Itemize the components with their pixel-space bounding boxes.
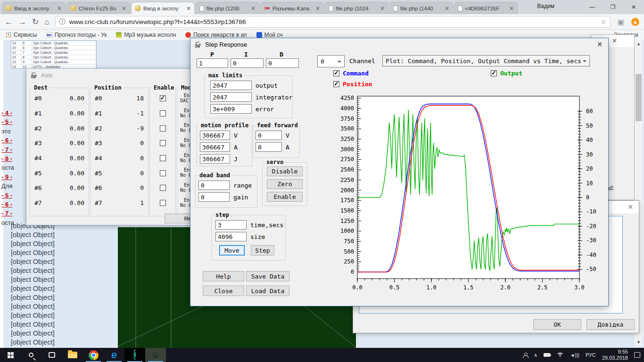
edge-taskbar-button[interactable]: e — [104, 348, 124, 362]
enable-checkbox[interactable] — [160, 155, 166, 161]
servo-button[interactable]: Enable — [267, 192, 303, 202]
position-checkbox[interactable] — [333, 81, 339, 87]
forum-link[interactable]: - 4 - — [1, 108, 30, 117]
kmotion-taskbar-button[interactable]: DM — [145, 348, 166, 362]
home-icon[interactable]: ⌂ — [44, 18, 49, 26]
back-icon[interactable]: ← — [5, 18, 13, 26]
p-field[interactable] — [197, 58, 228, 68]
tab-close-icon[interactable]: ✕ — [445, 5, 449, 12]
forum-link[interactable]: - 9 - — [1, 173, 30, 181]
feed-forward-field[interactable] — [256, 142, 282, 152]
close-icon[interactable]: ✕ — [592, 39, 607, 49]
enable-checkbox[interactable] — [160, 125, 166, 132]
plot-select[interactable]: Plot: Command, Position, Output Command … — [382, 55, 590, 66]
volume-icon[interactable]: ◄))) — [570, 353, 579, 358]
move-button[interactable]: Move — [219, 245, 245, 255]
limit-field[interactable] — [210, 92, 252, 102]
step-field[interactable] — [215, 232, 247, 241]
cnc-app-taskbar-button[interactable]: CNC — [124, 348, 145, 362]
scroll-down-icon[interactable]: ▼ — [635, 338, 643, 346]
forward-icon[interactable]: → — [18, 18, 26, 26]
clock[interactable]: 9:55 29.03.2018 — [602, 349, 628, 361]
browser-user-name[interactable]: Вадим — [537, 3, 554, 9]
profile-field[interactable] — [200, 142, 230, 152]
forum-link[interactable]: - 5 - — [1, 117, 30, 126]
i-field[interactable] — [231, 58, 264, 68]
forum-link[interactable]: это — [1, 127, 30, 136]
forum-link[interactable]: Для — [1, 181, 30, 190]
forum-link[interactable]: - 6 - — [1, 136, 30, 145]
profile-field[interactable] — [200, 131, 230, 140]
dead-band-field[interactable] — [198, 192, 230, 202]
minimize-button[interactable]: — — [582, 0, 603, 14]
save-data-button[interactable]: Save Data — [246, 271, 289, 281]
enable-checkbox[interactable] — [160, 170, 166, 176]
load-data-button[interactable]: Load Data — [246, 286, 289, 296]
file-explorer-button[interactable] — [62, 348, 83, 362]
forum-link[interactable]: - 7 - — [1, 209, 30, 218]
enable-checkbox[interactable] — [160, 95, 166, 101]
step-titlebar[interactable]: DM Step Response — [190, 38, 608, 50]
browser-tab[interactable]: DM Разъемы Kana ✕ — [260, 2, 324, 14]
servo-button[interactable]: Disable — [267, 166, 303, 176]
chrome-taskbar-button[interactable] — [83, 348, 104, 362]
close-dialog-button[interactable]: Close — [203, 286, 244, 296]
extension-icon[interactable]: ▣ — [616, 17, 626, 26]
scroll-up-icon[interactable]: ▲ — [635, 40, 643, 48]
forum-link[interactable]: оста — [1, 163, 30, 172]
tab-close-icon[interactable]: ✕ — [251, 5, 256, 12]
servo-button[interactable]: Zero — [267, 179, 303, 189]
bookmark-item[interactable]: Сервисы — [6, 32, 37, 38]
enable-checkbox[interactable] — [160, 140, 166, 146]
close-icon[interactable]: ✕ — [627, 203, 633, 211]
reload-icon[interactable]: ↻ — [32, 18, 39, 26]
browser-tab[interactable]: file.php (1440 ✕ — [389, 2, 453, 14]
tab-close-icon[interactable]: ✕ — [509, 5, 514, 12]
wifi-icon[interactable] — [556, 353, 564, 358]
action-center-icon[interactable] — [634, 352, 640, 358]
channel-select[interactable]: 0 — [317, 55, 345, 67]
battery-icon[interactable] — [544, 353, 550, 357]
task-view-button[interactable] — [41, 348, 62, 362]
command-checkbox[interactable] — [333, 70, 339, 76]
browser-tab[interactable]: Ввод в эксплу ✕ — [2, 2, 66, 14]
step-button[interactable]: Step — [251, 245, 274, 255]
bookmark-item[interactable]: Поиск лекарств в ап — [185, 32, 247, 38]
enable-checkbox[interactable] — [160, 110, 166, 116]
ok-button[interactable]: OK — [533, 319, 581, 330]
forum-link[interactable]: - 7 - — [1, 145, 30, 154]
feed-forward-field[interactable] — [256, 131, 282, 140]
browser-tab[interactable]: <4D6963726F ✕ — [454, 2, 518, 14]
bookmark-item[interactable]: Мр3 музыка исполн — [116, 32, 176, 38]
address-bar[interactable]: ⓘ www.cnc-club.ru/forum/viewtopic.php?f=… — [55, 16, 611, 28]
forum-link[interactable]: - 5 - — [1, 191, 30, 200]
browser-tab[interactable]: file.php (1200 ✕ — [196, 2, 259, 14]
orange-extension-icon[interactable]: ▲ — [631, 18, 639, 26]
url-text[interactable]: www.cnc-club.ru/forum/viewtopic.php?f=14… — [69, 18, 597, 25]
language-indicator[interactable]: РУС — [586, 352, 596, 358]
tab-close-icon[interactable]: ✕ — [380, 5, 385, 12]
show-hidden-icons[interactable]: ∧ — [534, 352, 537, 358]
bookmark-star-icon[interactable]: ☆ — [601, 18, 606, 25]
tab-close-icon[interactable]: ✕ — [315, 5, 320, 12]
close-icon[interactable]: ✕ — [612, 37, 617, 44]
limit-field[interactable] — [210, 104, 252, 114]
tab-close-icon[interactable]: ✕ — [186, 5, 191, 12]
close-button[interactable]: ✕ — [623, 0, 644, 14]
page-info-icon[interactable]: ⓘ — [59, 17, 66, 26]
start-button[interactable] — [0, 348, 21, 362]
scrollbar-thumb[interactable] — [636, 74, 642, 121]
limit-field[interactable] — [210, 81, 252, 90]
bookmark-item[interactable]: МС Прогноз погоды - Ук — [47, 32, 107, 38]
help-button[interactable]: Help — [203, 271, 244, 281]
profile-field[interactable] — [200, 154, 230, 164]
tab-close-icon[interactable]: ✕ — [122, 5, 126, 12]
enable-checkbox[interactable] — [160, 185, 166, 191]
enable-checkbox[interactable] — [160, 200, 166, 206]
forum-link[interactable]: - 8 - — [1, 154, 30, 163]
people-icon[interactable] — [523, 353, 528, 357]
browser-tab[interactable]: file.php (1024 ✕ — [325, 2, 388, 14]
d-field[interactable] — [266, 58, 299, 68]
help-button-ua[interactable]: Довідка — [586, 319, 635, 330]
step-field[interactable] — [215, 220, 247, 230]
